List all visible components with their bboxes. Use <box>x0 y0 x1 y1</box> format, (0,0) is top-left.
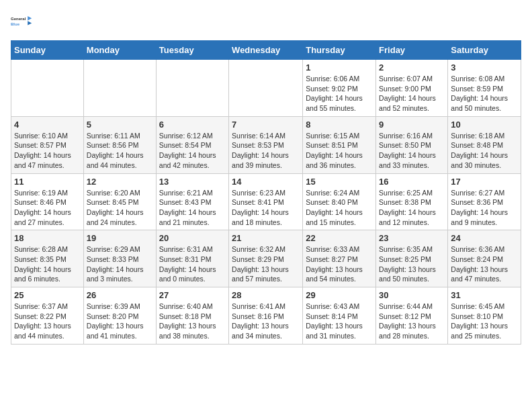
week-row-1: 1Sunrise: 6:06 AMSunset: 9:02 PMDaylight… <box>11 60 521 117</box>
day-number: 5 <box>87 120 153 130</box>
calendar-cell: 24Sunrise: 6:36 AMSunset: 8:24 PMDayligh… <box>448 230 521 287</box>
calendar-cell: 21Sunrise: 6:32 AMSunset: 8:29 PMDayligh… <box>229 230 303 287</box>
calendar-cell <box>11 60 84 117</box>
calendar-cell: 20Sunrise: 6:31 AMSunset: 8:31 PMDayligh… <box>156 230 228 287</box>
svg-text:Blue: Blue <box>11 22 20 26</box>
day-info: Sunrise: 6:44 AMSunset: 8:12 PMDaylight:… <box>379 302 445 341</box>
day-info: Sunrise: 6:32 AMSunset: 8:29 PMDaylight:… <box>232 244 300 284</box>
day-number: 23 <box>379 233 445 243</box>
day-info: Sunrise: 6:28 AMSunset: 8:35 PMDaylight:… <box>14 244 81 284</box>
calendar-cell: 15Sunrise: 6:24 AMSunset: 8:40 PMDayligh… <box>303 173 376 230</box>
day-info: Sunrise: 6:43 AMSunset: 8:14 PMDaylight:… <box>306 302 373 341</box>
calendar-cell: 25Sunrise: 6:37 AMSunset: 8:22 PMDayligh… <box>11 287 84 345</box>
day-info: Sunrise: 6:11 AMSunset: 8:56 PMDaylight:… <box>87 131 153 171</box>
weekday-header-wednesday: Wednesday <box>229 41 303 60</box>
day-number: 19 <box>87 233 153 243</box>
weekday-header-friday: Friday <box>376 41 448 60</box>
calendar-cell: 30Sunrise: 6:44 AMSunset: 8:12 PMDayligh… <box>376 287 448 345</box>
page-header: GeneralBlue <box>11 11 521 32</box>
week-row-3: 11Sunrise: 6:19 AMSunset: 8:46 PMDayligh… <box>11 173 521 230</box>
day-number: 6 <box>159 120 226 130</box>
day-info: Sunrise: 6:14 AMSunset: 8:53 PMDaylight:… <box>232 131 300 171</box>
day-info: Sunrise: 6:20 AMSunset: 8:45 PMDaylight:… <box>87 188 153 228</box>
day-info: Sunrise: 6:29 AMSunset: 8:33 PMDaylight:… <box>87 244 153 284</box>
day-info: Sunrise: 6:40 AMSunset: 8:18 PMDaylight:… <box>159 302 226 341</box>
calendar-cell: 27Sunrise: 6:40 AMSunset: 8:18 PMDayligh… <box>156 287 228 345</box>
weekday-header-tuesday: Tuesday <box>156 41 228 60</box>
calendar-cell <box>156 60 228 117</box>
logo-icon: GeneralBlue <box>11 11 32 32</box>
calendar-cell: 12Sunrise: 6:20 AMSunset: 8:45 PMDayligh… <box>83 173 156 230</box>
day-number: 2 <box>379 62 445 73</box>
day-info: Sunrise: 6:25 AMSunset: 8:38 PMDaylight:… <box>379 188 445 228</box>
day-info: Sunrise: 6:06 AMSunset: 9:02 PMDaylight:… <box>306 74 373 113</box>
day-info: Sunrise: 6:31 AMSunset: 8:31 PMDaylight:… <box>159 244 226 284</box>
calendar-cell: 4Sunrise: 6:10 AMSunset: 8:57 PMDaylight… <box>11 116 84 173</box>
day-info: Sunrise: 6:35 AMSunset: 8:25 PMDaylight:… <box>379 244 445 284</box>
day-number: 21 <box>232 233 300 243</box>
day-info: Sunrise: 6:07 AMSunset: 9:00 PMDaylight:… <box>379 74 445 113</box>
calendar-cell: 9Sunrise: 6:16 AMSunset: 8:50 PMDaylight… <box>376 116 448 173</box>
day-number: 26 <box>87 290 153 300</box>
calendar-cell: 1Sunrise: 6:06 AMSunset: 9:02 PMDaylight… <box>303 60 376 117</box>
day-number: 10 <box>451 120 518 130</box>
day-info: Sunrise: 6:08 AMSunset: 8:59 PMDaylight:… <box>451 74 518 113</box>
day-number: 1 <box>306 62 373 73</box>
day-number: 17 <box>451 177 518 187</box>
day-number: 31 <box>451 290 518 300</box>
svg-marker-2 <box>28 16 32 20</box>
week-row-5: 25Sunrise: 6:37 AMSunset: 8:22 PMDayligh… <box>11 287 521 345</box>
week-row-2: 4Sunrise: 6:10 AMSunset: 8:57 PMDaylight… <box>11 116 521 173</box>
calendar-cell: 22Sunrise: 6:33 AMSunset: 8:27 PMDayligh… <box>303 230 376 287</box>
day-number: 8 <box>306 120 373 130</box>
calendar-cell: 5Sunrise: 6:11 AMSunset: 8:56 PMDaylight… <box>83 116 156 173</box>
day-info: Sunrise: 6:12 AMSunset: 8:54 PMDaylight:… <box>159 131 226 171</box>
calendar-cell <box>83 60 156 117</box>
day-number: 4 <box>14 120 81 130</box>
day-number: 15 <box>306 177 373 187</box>
calendar-cell: 19Sunrise: 6:29 AMSunset: 8:33 PMDayligh… <box>83 230 156 287</box>
day-number: 22 <box>306 233 373 243</box>
day-info: Sunrise: 6:24 AMSunset: 8:40 PMDaylight:… <box>306 188 373 228</box>
svg-marker-3 <box>28 21 32 25</box>
calendar-cell: 26Sunrise: 6:39 AMSunset: 8:20 PMDayligh… <box>83 287 156 345</box>
day-info: Sunrise: 6:36 AMSunset: 8:24 PMDaylight:… <box>451 244 518 284</box>
calendar-cell: 10Sunrise: 6:18 AMSunset: 8:48 PMDayligh… <box>448 116 521 173</box>
calendar-cell <box>229 60 303 117</box>
day-info: Sunrise: 6:27 AMSunset: 8:36 PMDaylight:… <box>451 188 518 228</box>
calendar-cell: 29Sunrise: 6:43 AMSunset: 8:14 PMDayligh… <box>303 287 376 345</box>
day-number: 18 <box>14 233 81 243</box>
day-info: Sunrise: 6:41 AMSunset: 8:16 PMDaylight:… <box>232 302 300 341</box>
calendar-cell: 2Sunrise: 6:07 AMSunset: 9:00 PMDaylight… <box>376 60 448 117</box>
day-info: Sunrise: 6:39 AMSunset: 8:20 PMDaylight:… <box>87 302 153 341</box>
day-number: 11 <box>14 177 81 187</box>
day-info: Sunrise: 6:33 AMSunset: 8:27 PMDaylight:… <box>306 244 373 284</box>
day-info: Sunrise: 6:37 AMSunset: 8:22 PMDaylight:… <box>14 302 81 341</box>
calendar-cell: 6Sunrise: 6:12 AMSunset: 8:54 PMDaylight… <box>156 116 228 173</box>
day-number: 28 <box>232 290 300 300</box>
day-info: Sunrise: 6:18 AMSunset: 8:48 PMDaylight:… <box>451 131 518 171</box>
day-info: Sunrise: 6:21 AMSunset: 8:43 PMDaylight:… <box>159 188 226 228</box>
day-info: Sunrise: 6:16 AMSunset: 8:50 PMDaylight:… <box>379 131 445 171</box>
day-info: Sunrise: 6:19 AMSunset: 8:46 PMDaylight:… <box>14 188 81 228</box>
calendar-cell: 16Sunrise: 6:25 AMSunset: 8:38 PMDayligh… <box>376 173 448 230</box>
day-info: Sunrise: 6:10 AMSunset: 8:57 PMDaylight:… <box>14 131 81 171</box>
calendar-cell: 11Sunrise: 6:19 AMSunset: 8:46 PMDayligh… <box>11 173 84 230</box>
weekday-header-sunday: Sunday <box>11 41 84 60</box>
day-number: 29 <box>306 290 373 300</box>
day-info: Sunrise: 6:15 AMSunset: 8:51 PMDaylight:… <box>306 131 373 171</box>
day-number: 14 <box>232 177 300 187</box>
calendar-cell: 14Sunrise: 6:23 AMSunset: 8:41 PMDayligh… <box>229 173 303 230</box>
calendar-cell: 17Sunrise: 6:27 AMSunset: 8:36 PMDayligh… <box>448 173 521 230</box>
calendar-cell: 28Sunrise: 6:41 AMSunset: 8:16 PMDayligh… <box>229 287 303 345</box>
day-info: Sunrise: 6:23 AMSunset: 8:41 PMDaylight:… <box>232 188 300 228</box>
weekday-header-thursday: Thursday <box>303 41 376 60</box>
day-number: 25 <box>14 290 81 300</box>
day-info: Sunrise: 6:45 AMSunset: 8:10 PMDaylight:… <box>451 302 518 341</box>
day-number: 12 <box>87 177 153 187</box>
weekday-header-monday: Monday <box>83 41 156 60</box>
calendar-cell: 23Sunrise: 6:35 AMSunset: 8:25 PMDayligh… <box>376 230 448 287</box>
logo: GeneralBlue <box>11 11 32 32</box>
day-number: 7 <box>232 120 300 130</box>
week-row-4: 18Sunrise: 6:28 AMSunset: 8:35 PMDayligh… <box>11 230 521 287</box>
